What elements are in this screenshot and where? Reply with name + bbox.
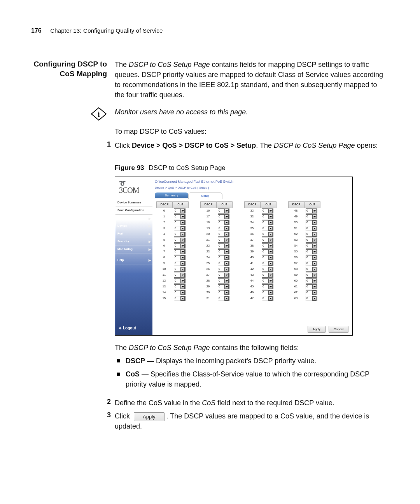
- sidebar-item-device-summary[interactable]: Device Summary: [115, 199, 152, 207]
- cos-select[interactable]: 0: [262, 238, 273, 243]
- cos-select[interactable]: 0: [262, 208, 273, 214]
- cos-select[interactable]: 0: [218, 273, 229, 278]
- cos-select[interactable]: 0: [306, 273, 317, 278]
- cos-select[interactable]: 0: [174, 290, 186, 295]
- tab-summary[interactable]: Summary: [155, 192, 188, 198]
- cos-select[interactable]: 0: [218, 220, 229, 225]
- cos-select[interactable]: 0: [174, 226, 186, 231]
- cos-select[interactable]: 0: [306, 278, 317, 284]
- cos-select[interactable]: 0: [262, 232, 273, 237]
- dscp-row: 150: [156, 296, 189, 301]
- cos-select[interactable]: 0: [218, 214, 229, 219]
- sidebar-item-monitoring[interactable]: Monitoring▶: [115, 246, 152, 254]
- cos-select[interactable]: 0: [306, 232, 317, 237]
- cos-select[interactable]: 0: [174, 208, 186, 214]
- dscp-row: 420: [244, 266, 276, 272]
- cos-select[interactable]: 0: [174, 220, 186, 225]
- cos-select[interactable]: 0: [306, 220, 317, 225]
- cos-select[interactable]: 0: [262, 214, 273, 219]
- cos-select[interactable]: 0: [306, 290, 317, 295]
- cos-select[interactable]: 0: [262, 290, 273, 295]
- cos-select[interactable]: 0: [262, 284, 273, 289]
- cos-select[interactable]: 0: [174, 232, 186, 237]
- cos-select[interactable]: 0: [306, 261, 317, 266]
- cos-select[interactable]: 0: [306, 226, 317, 231]
- cos-select[interactable]: 0: [218, 278, 229, 284]
- cos-select[interactable]: 0: [218, 261, 229, 266]
- cos-select[interactable]: 0: [174, 214, 186, 219]
- page-number: 176: [31, 27, 42, 34]
- cos-select[interactable]: 0: [306, 214, 317, 219]
- cos-select[interactable]: 0: [306, 238, 317, 243]
- apply-button-inline[interactable]: Apply: [134, 412, 164, 421]
- cos-select[interactable]: 0: [306, 243, 317, 248]
- cos-select[interactable]: 0: [262, 255, 273, 260]
- cos-select[interactable]: 0: [218, 238, 229, 243]
- dscp-row: 00: [156, 208, 189, 214]
- chevron-down-icon: [180, 220, 185, 225]
- sidebar-item-help[interactable]: Help▶: [115, 257, 152, 264]
- dscp-value: 14: [156, 290, 172, 295]
- cos-select[interactable]: 0: [174, 255, 186, 260]
- cos-select[interactable]: 0: [218, 243, 229, 248]
- section-title-line1: Configuring DSCP to: [31, 60, 107, 69]
- cos-select[interactable]: 0: [306, 284, 317, 289]
- step-number-1: 1: [100, 140, 115, 149]
- cos-selected-value: 0: [306, 220, 308, 224]
- sidebar-item-device[interactable]: Device▶: [115, 222, 152, 230]
- cos-select[interactable]: 0: [262, 243, 273, 248]
- cos-select[interactable]: 0: [174, 278, 186, 284]
- dscp-value: 49: [288, 215, 304, 219]
- sidebar-item-port[interactable]: Port▶: [115, 230, 152, 238]
- tab-setup[interactable]: Setup: [188, 192, 222, 199]
- cos-select[interactable]: 0: [218, 267, 229, 272]
- cos-select[interactable]: 0: [174, 243, 186, 248]
- access-note: Monitor users have no access to this pag…: [115, 107, 385, 117]
- cos-select[interactable]: 0: [306, 267, 317, 272]
- cos-select[interactable]: 0: [218, 249, 229, 254]
- sidebar-item-administration[interactable]: Administration▶: [115, 215, 152, 223]
- cos-select[interactable]: 0: [174, 284, 186, 289]
- cos-selected-value: 0: [262, 244, 264, 248]
- cos-select[interactable]: 0: [306, 296, 317, 301]
- cos-select[interactable]: 0: [218, 284, 229, 289]
- chevron-down-icon: [312, 232, 317, 236]
- logout-link[interactable]: ⎆ Logout: [119, 326, 136, 331]
- cos-select[interactable]: 0: [262, 226, 273, 231]
- cos-select[interactable]: 0: [218, 290, 229, 295]
- apply-button[interactable]: Apply: [308, 326, 326, 333]
- cos-select[interactable]: 0: [174, 249, 186, 254]
- cos-select[interactable]: 0: [218, 232, 229, 237]
- cos-select[interactable]: 0: [262, 249, 273, 254]
- cos-select[interactable]: 0: [218, 255, 229, 260]
- dscp-value: 62: [288, 290, 304, 295]
- cos-select[interactable]: 0: [218, 208, 229, 214]
- cos-select[interactable]: 0: [174, 267, 186, 272]
- cos-select[interactable]: 0: [174, 238, 186, 243]
- cos-select[interactable]: 0: [306, 208, 317, 214]
- bullet-cos: CoS — Specifies the Class-of-Service val…: [115, 369, 385, 389]
- cos-select[interactable]: 0: [306, 255, 317, 260]
- cos-select[interactable]: 0: [262, 273, 273, 278]
- cos-select[interactable]: 0: [218, 296, 229, 301]
- chevron-down-icon: [268, 250, 273, 254]
- sidebar-item-save-configuration[interactable]: Save Configuration: [115, 207, 152, 215]
- intro-page-name: DSCP to CoS Setup Page: [129, 61, 210, 68]
- chevron-down-icon: [180, 290, 185, 295]
- step-1-text: Click Device > QoS > DSCP to CoS > Setup…: [115, 140, 385, 150]
- cos-select[interactable]: 0: [262, 267, 273, 272]
- cos-select[interactable]: 0: [262, 296, 273, 301]
- chevron-down-icon: [268, 285, 273, 289]
- cos-select[interactable]: 0: [262, 278, 273, 284]
- sidebar-item-security[interactable]: Security▶: [115, 238, 152, 246]
- cos-select[interactable]: 0: [174, 296, 186, 301]
- cancel-button[interactable]: Cancel: [329, 326, 348, 333]
- cos-select[interactable]: 0: [306, 249, 317, 254]
- cos-select[interactable]: 0: [174, 261, 186, 266]
- dscp-value: 0: [156, 209, 172, 213]
- cos-select[interactable]: 0: [262, 220, 273, 225]
- dscp-value: 46: [244, 290, 260, 295]
- cos-select[interactable]: 0: [218, 226, 229, 231]
- cos-select[interactable]: 0: [174, 273, 186, 278]
- cos-select[interactable]: 0: [262, 261, 273, 266]
